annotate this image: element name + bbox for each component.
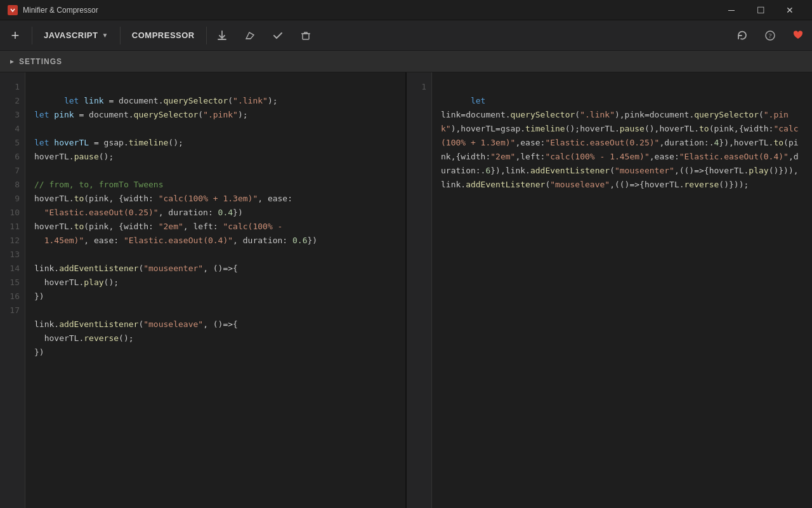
right-line-numbers: 1 bbox=[407, 72, 432, 508]
download-icon bbox=[216, 30, 228, 41]
app-icon bbox=[8, 5, 18, 15]
add-button[interactable]: + bbox=[0, 20, 30, 51]
right-code-panel: 1 let link=document.querySelector(".link… bbox=[405, 72, 812, 508]
settings-bar[interactable]: ▶ SETTINGS bbox=[0, 51, 812, 72]
refresh-icon bbox=[737, 30, 748, 41]
help-button[interactable]: ? bbox=[756, 20, 784, 51]
editor-area: 1 2 3 4 5 6 7 8 9 10 11 12 13 14 15 16 1… bbox=[0, 72, 812, 508]
language-button[interactable]: JAVASCRIPT ▼ bbox=[34, 20, 119, 51]
refresh-button[interactable] bbox=[728, 20, 756, 51]
delete-button[interactable] bbox=[292, 20, 320, 51]
toolbar: + JAVASCRIPT ▼ COMPRESSOR bbox=[0, 20, 812, 51]
copy-button[interactable] bbox=[264, 20, 292, 51]
separator-2 bbox=[120, 27, 121, 44]
language-label: JAVASCRIPT bbox=[44, 30, 98, 40]
svg-point-0 bbox=[9, 6, 16, 14]
separator-3 bbox=[206, 27, 207, 44]
left-code-panel: 1 2 3 4 5 6 7 8 9 10 11 12 13 14 15 16 1… bbox=[0, 72, 405, 508]
download-button[interactable] bbox=[208, 20, 236, 51]
checkmark-icon bbox=[272, 30, 284, 41]
close-button[interactable]: ✕ bbox=[775, 0, 804, 20]
app-title: Minifier & Compressor bbox=[23, 6, 98, 15]
right-code: let link=document.querySelector(".link")… bbox=[441, 96, 799, 189]
help-icon: ? bbox=[764, 30, 776, 41]
minimize-button[interactable]: ─ bbox=[717, 0, 746, 20]
right-code-content[interactable]: let link=document.querySelector(".link")… bbox=[432, 72, 812, 508]
window-controls: ─ ☐ ✕ bbox=[717, 0, 804, 20]
svg-rect-1 bbox=[303, 34, 309, 39]
maximize-button[interactable]: ☐ bbox=[746, 0, 775, 20]
separator-1 bbox=[32, 27, 32, 44]
heart-icon bbox=[792, 30, 804, 41]
trash-icon bbox=[300, 30, 311, 41]
left-code-content[interactable]: let link = document.querySelector(".link… bbox=[25, 72, 405, 508]
favorite-button[interactable] bbox=[784, 20, 812, 51]
svg-text:?: ? bbox=[769, 32, 772, 39]
eraser-icon bbox=[244, 30, 256, 41]
clear-button[interactable] bbox=[236, 20, 264, 51]
compressor-button[interactable]: COMPRESSOR bbox=[122, 20, 205, 51]
triangle-right-icon: ▶ bbox=[10, 58, 14, 65]
left-line-numbers: 1 2 3 4 5 6 7 8 9 10 11 12 13 14 15 16 1… bbox=[0, 72, 25, 508]
settings-label: SETTINGS bbox=[19, 57, 62, 66]
chevron-down-icon: ▼ bbox=[102, 32, 108, 39]
titlebar: Minifier & Compressor ─ ☐ ✕ bbox=[0, 0, 812, 20]
left-code: let link = document.querySelector(".link… bbox=[34, 96, 317, 357]
